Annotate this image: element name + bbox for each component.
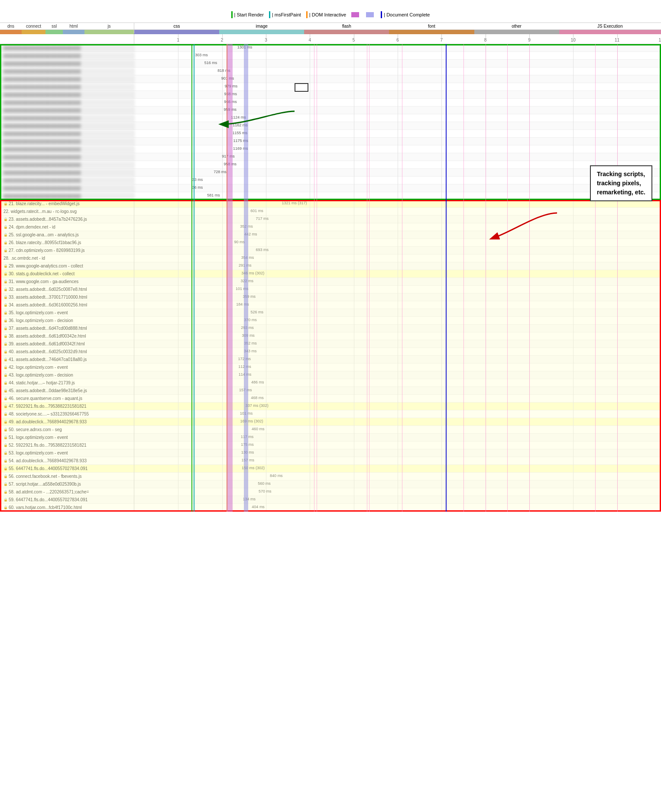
col-header-connect: connect	[22, 23, 45, 29]
ms-label: 36 ms	[192, 185, 203, 190]
col-header-js: js	[84, 23, 134, 29]
waterfall-cell: 717 ms	[134, 216, 661, 223]
waterfall-cell: 157 ms	[134, 387, 661, 395]
waterfall-cell: 33 ms	[134, 177, 661, 184]
lock-icon: 🔒	[3, 272, 8, 276]
table-row: ████████████████████████████1155 ms	[0, 130, 661, 138]
url-text: 37. assets.adobedt...6d47cd00d888.html	[9, 326, 87, 331]
ms-label: 570 ms	[259, 489, 272, 493]
url-text: 46. secure.quantserve.com - aquant.js	[9, 396, 82, 401]
url-text: 56. connect.facebook.net - fbevents.js	[9, 474, 81, 479]
url-text: 22. widgets.ratecit...m.au - rc-logo.svg	[3, 209, 77, 214]
url-cell: 🔒27. cdn.optimizely.com - 8269983199.js	[0, 247, 134, 255]
url-cell: 🔒21. blaze.ratecity... - embedWidget.js	[0, 200, 134, 208]
lock-icon: 🔒	[3, 506, 8, 509]
waterfall-cell: 90 ms	[134, 239, 661, 247]
url-text: 57. script.hotjar....a558e0d025390b.js	[9, 482, 81, 487]
url-text: 26. blaze.ratecity...80955cf1bbac96.js	[9, 240, 81, 245]
ms-label: 526 ms	[251, 310, 264, 314]
waterfall-cell: 309 ms	[134, 332, 661, 340]
legend: | Start Render | msFirstPaint | DOM Inte…	[0, 9, 661, 23]
url-text: 55. 6447741.fls.do...4400557027834.091	[9, 466, 87, 471]
ms-label: 442 ms	[244, 232, 257, 236]
waterfall-cell: 101 ms	[134, 286, 661, 293]
all-rows: Tracking scripts,tracking pixels,remarke…	[0, 44, 661, 512]
lock-icon: 🔒	[3, 396, 8, 400]
url-cell: ████████████████████████████	[0, 153, 134, 161]
lock-icon: 🔒	[3, 365, 8, 369]
lock-icon: 🔒	[3, 233, 8, 237]
ms-label: 309 ms	[242, 333, 255, 338]
lock-icon: 🔒	[3, 451, 8, 455]
ms-label: 134 ms	[243, 497, 256, 501]
col-header-flash: flash	[304, 24, 389, 29]
table-row: 🔒31. www.google.com - ga-audiences322 ms	[0, 278, 661, 286]
waterfall-cell: 979 ms	[134, 83, 661, 91]
other-color	[474, 30, 559, 34]
waterfall-cell: 840 ms	[134, 473, 661, 480]
url-text: 24. dpm.demdex.net - id	[9, 225, 55, 229]
table-row: 🔒36. logx.optimizely.com - decision370 m…	[0, 317, 661, 325]
lock-icon: 🔒	[3, 326, 8, 330]
url-cell: ████████████████████████████	[0, 130, 134, 138]
waterfall-cell: 322 ms	[134, 278, 661, 286]
table-row: ████████████████████████████303 ms	[0, 52, 661, 60]
ms-label: 33 ms	[192, 177, 203, 182]
ms-label: 460 ms	[252, 427, 265, 431]
table-row: 28. .sc.omtrdc.net - id354 ms	[0, 255, 661, 262]
col-header-dns: dns	[0, 23, 22, 29]
url-text: 42. logx.optimizely.com - event	[9, 365, 68, 370]
lock-icon: 🔒	[3, 295, 8, 299]
waterfall-cell: 359 ms	[134, 293, 661, 301]
table-row: 🔒23. assets.adobedt...8457a7b2476236.js7…	[0, 216, 661, 223]
url-cell: ████████████████████████████	[0, 106, 134, 114]
lock-icon: 🔒	[3, 280, 8, 284]
ms-label: 169 ms (302)	[240, 419, 263, 423]
css-color	[134, 30, 219, 34]
url-cell: 🔒51. logx.optimizely.com - event	[0, 434, 134, 441]
ms-label: 117 ms	[241, 435, 254, 439]
table-row: 🔒27. cdn.optimizely.com - 8269983199.js6…	[0, 247, 661, 255]
lock-icon: 🔒	[3, 482, 8, 486]
url-cell: 🔒37. assets.adobedt...6d47cd00d888.html	[0, 325, 134, 332]
url-cell: 🔒43. logx.optimizely.com - decision	[0, 371, 134, 379]
url-cell: ████████████████████████████	[0, 122, 134, 130]
url-cell: 🔒35. logx.optimizely.com - event	[0, 309, 134, 317]
url-cell: ████████████████████████████	[0, 169, 134, 177]
waterfall-cell: 966 ms	[134, 99, 661, 106]
ms-label: 293 ms	[241, 325, 254, 330]
url-text: 38. assets.adobedt...6d61df00342e.html	[9, 334, 86, 338]
url-text: 45. assets.adobedt...0ddae98e318e5e.js	[9, 388, 87, 393]
url-cell: 🔒41. assets.adobedt...746d47ca018a80.js	[0, 356, 134, 364]
url-cell: 🔒56. connect.facebook.net - fbevents.js	[0, 473, 134, 480]
waterfall-cell: 169 ms (302)	[134, 418, 661, 426]
col-header-js-execution: JS Execution	[559, 24, 661, 29]
url-text: 52. 5922921.fls.do...7953882231581821	[9, 443, 87, 448]
waterfall-cell: 1169 ms	[134, 145, 661, 153]
url-text: 44. static.hotjar....– hotjar-21739.js	[9, 380, 75, 385]
lock-icon: 🔒	[3, 474, 8, 478]
table-row: 🔒46. secure.quantserve.com - aquant.js46…	[0, 395, 661, 403]
waterfall-cell: 917 ms	[134, 153, 661, 161]
image-color	[219, 30, 304, 34]
col-header-other: other	[474, 24, 559, 29]
ms-label: 560 ms	[258, 481, 271, 486]
lock-icon: 🔒	[3, 342, 8, 346]
tick-9: 9	[528, 38, 531, 42]
waterfall-cell: 468 ms	[134, 395, 661, 403]
url-text: 21. blaze.ratecity... - embedWidget.js	[9, 201, 80, 206]
connect-color	[22, 30, 45, 34]
waterfall-cell: 693 ms	[134, 247, 661, 255]
url-cell: 🔒25. ssl.google-ana...om - analytics.js	[0, 231, 134, 239]
url-cell: 🔒24. dpm.demdex.net - id	[0, 223, 134, 231]
url-cell: 🔒47. 5922921.fls.do...7953882231581821	[0, 403, 134, 410]
url-cell: 🔒34. assets.adobedt...6d3616000256.html	[0, 301, 134, 309]
waterfall-cell: 130 ms	[134, 449, 661, 457]
ms-label: 1162 ms	[233, 123, 248, 127]
ms-label: 101 ms	[236, 287, 249, 291]
url-cell: ████████████████████████████	[0, 99, 134, 106]
col-header-image: image	[219, 24, 304, 29]
ms-label: 359 ms	[243, 294, 256, 299]
lock-icon: 🔒	[3, 412, 8, 416]
ms-label: 343 ms	[244, 349, 257, 353]
